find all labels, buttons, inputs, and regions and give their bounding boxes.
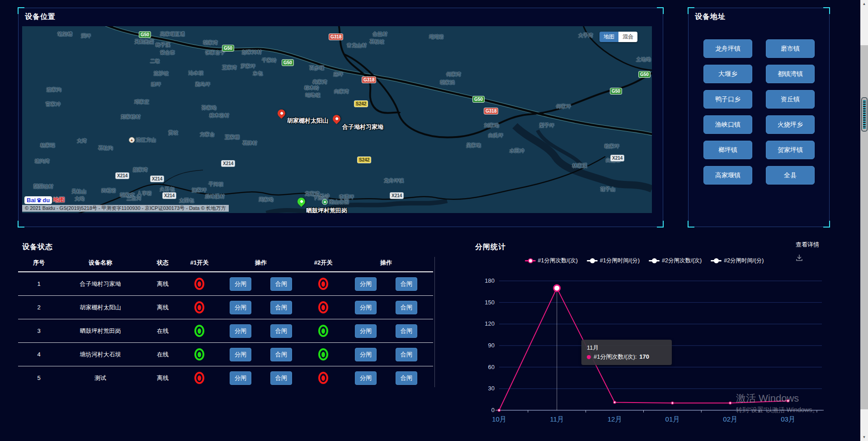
table-body: 1合子坳村习家坳离线分闸合闸分闸合闸2胡家棚村太阳山离线分闸合闸分闸合闸3晒鼓坪… [18, 272, 433, 389]
map-place-label: 林家溪 [572, 162, 587, 169]
address-button-龙舟坪镇[interactable]: 龙舟坪镇 [703, 39, 752, 58]
map-place-label: 洞坪 [81, 33, 91, 39]
map-type-control: 地图 混合 [599, 32, 637, 42]
activate-windows-watermark: 激活 Windows [736, 392, 799, 405]
map-place-label: 胡家淌 [440, 79, 455, 86]
map-place-label: 跑马坪 [195, 81, 210, 88]
open-switch-button[interactable]: 分闸 [230, 371, 251, 385]
open-switch-button[interactable]: 分闸 [355, 301, 377, 314]
address-button-榔坪镇[interactable]: 榔坪镇 [703, 141, 752, 159]
address-button-磨市镇[interactable]: 磨市镇 [766, 39, 815, 58]
row-index: 3 [18, 327, 60, 334]
map-place-label: 官家冲 [46, 101, 61, 108]
map-place-label: 石牌村 [242, 140, 257, 147]
column-header: 操作 [214, 259, 307, 267]
address-button-全县[interactable]: 全县 [766, 166, 815, 185]
legend-marker [649, 260, 660, 261]
map-type-mixed-button[interactable]: 混合 [618, 32, 637, 42]
map-place-label: 王家棚 [225, 134, 240, 141]
close-switch-button[interactable]: 合闸 [396, 301, 417, 314]
device-name: 合子坳村习家坳 [60, 280, 141, 288]
open-switch-button[interactable]: 分闸 [355, 277, 377, 291]
column-header: 序号 [18, 259, 60, 267]
open-switch-button[interactable]: 分闸 [230, 324, 251, 338]
device-status: 离线 [141, 280, 184, 288]
row-index: 2 [18, 304, 60, 311]
road-shield-S242: S242 [357, 156, 371, 163]
page-scrollbar[interactable]: ▲ ▼ [860, 0, 868, 441]
table-header-row: 序号设备名称状态#1开关操作#2开关操作 [18, 254, 433, 272]
close-switch-button[interactable]: 合闸 [270, 371, 292, 385]
close-switch-button[interactable]: 合闸 [396, 324, 417, 338]
map-place-label: 大坳 [75, 195, 85, 202]
open-switch-button[interactable]: 分闸 [355, 348, 377, 361]
road-shield-G50: G50 [139, 31, 151, 38]
scroll-widget[interactable] [861, 97, 868, 132]
svg-text:0: 0 [491, 407, 495, 413]
map-place-label: 龙舟坪镇 [384, 177, 404, 184]
close-switch-button[interactable]: 合闸 [270, 348, 292, 361]
table-row: 4塘坊河村大石坝在线分闸合闸分闸合闸 [18, 343, 433, 366]
close-switch-button[interactable]: 合闸 [270, 277, 292, 291]
close-switch-button[interactable]: 合闸 [270, 301, 292, 314]
corner-decoration [18, 221, 24, 228]
close-switch-button[interactable]: 合闸 [270, 324, 292, 338]
legend-marker [711, 260, 722, 261]
switch-indicator-green [194, 325, 204, 337]
road-shield-X214: X214 [390, 192, 404, 199]
map-place-label: 向家湾 [334, 88, 349, 95]
close-switch-button[interactable]: 合闸 [396, 277, 417, 291]
map-place-label: 何家湾 [446, 71, 461, 78]
legend-item[interactable]: #1分闸次数/(次) [525, 257, 578, 265]
device-name: 测试 [60, 374, 141, 382]
baidu-logo-du: du [42, 197, 50, 204]
mountain-icon: ▲ [129, 137, 135, 143]
view-details-link[interactable]: 查看详情 [796, 241, 819, 249]
open-switch-button[interactable]: 分闸 [230, 277, 251, 291]
address-button-渔峡口镇[interactable]: 渔峡口镇 [703, 115, 752, 134]
open-switch-button[interactable]: 分闸 [230, 301, 251, 314]
map-place-label: 杨家端 [40, 142, 55, 149]
legend-item[interactable]: #2分闸时间/(分) [711, 257, 764, 265]
map-type-map-button[interactable]: 地图 [599, 32, 618, 42]
corner-decoration [18, 7, 24, 14]
legend-item[interactable]: #1分闸时间/(分) [587, 257, 640, 265]
open-switch-button[interactable]: 分闸 [230, 348, 251, 361]
map-place-label: 大湾 [77, 138, 87, 144]
address-button-都镇湾镇[interactable]: 都镇湾镇 [766, 65, 815, 83]
map-place-label: 施家坪 [192, 187, 207, 194]
close-switch-button[interactable]: 合闸 [396, 371, 417, 385]
map-place-label: 梨子坪 [539, 122, 554, 129]
map-place-label: 庙坪 [333, 71, 343, 78]
map-place-label: 莲子山 [600, 186, 615, 193]
column-header: 操作 [339, 259, 433, 267]
map-place-label: 高家堰互通 [160, 31, 185, 38]
open-switch-button[interactable]: 分闸 [355, 324, 377, 338]
address-button-高家堰镇[interactable]: 高家堰镇 [703, 166, 752, 185]
road-shield-X214: X214 [221, 160, 235, 167]
map-place-label: 金益村 [373, 31, 387, 38]
address-button-火烧坪乡[interactable]: 火烧坪乡 [766, 115, 815, 134]
table-row: 2胡家棚村太阳山离线分闸合闸分闸合闸 [18, 296, 433, 319]
address-button-鸭子口乡[interactable]: 鸭子口乡 [703, 90, 752, 109]
legend-item[interactable]: #2分闸次数/(次) [649, 257, 702, 265]
road-shield-G50: G50 [610, 88, 622, 95]
scrollbar-up-arrow[interactable]: ▲ [860, 2, 868, 6]
address-button-资丘镇[interactable]: 资丘镇 [766, 90, 815, 109]
address-button-贺家坪镇[interactable]: 贺家坪镇 [766, 141, 815, 159]
device-status: 离线 [141, 374, 184, 382]
map-place-label: 郑家榜村 [121, 114, 141, 120]
column-header: 状态 [141, 259, 184, 267]
device-status: 离线 [141, 303, 184, 312]
map-poi: ♣南山公园 [322, 199, 349, 205]
corner-decoration [688, 221, 694, 228]
address-button-大堰乡[interactable]: 大堰乡 [703, 65, 752, 83]
road-shield-G50: G50 [282, 59, 294, 66]
road-shield-G50: G50 [222, 45, 234, 52]
row-index: 5 [18, 375, 60, 381]
open-switch-button[interactable]: 分闸 [355, 371, 377, 385]
scrollbar-down-arrow[interactable]: ▼ [860, 435, 868, 439]
close-switch-button[interactable]: 合闸 [396, 348, 417, 361]
map-place-label: 流沙坡 [154, 70, 169, 77]
baidu-map[interactable]: 笔架槽洞坪天鹅抱蛋胡家湾高家堰互通梅子溪紫金寨张家台子彭家河村金益村石板坡坨坨岩… [22, 26, 652, 213]
